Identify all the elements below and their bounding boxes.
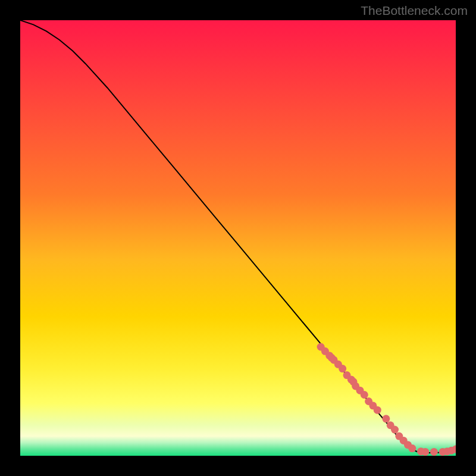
chart-container: TheBottleneck.com — [0, 0, 476, 476]
data-point — [382, 415, 390, 422]
data-point — [391, 426, 399, 434]
plot-area — [20, 20, 456, 456]
watermark-text: TheBottleneck.com — [361, 4, 468, 18]
data-point — [408, 444, 416, 452]
data-point — [430, 448, 438, 456]
data-point — [361, 391, 368, 399]
chart-svg — [20, 20, 456, 456]
data-point — [421, 448, 429, 456]
gradient-background — [20, 20, 456, 456]
data-point — [339, 365, 346, 372]
data-point — [374, 406, 381, 414]
